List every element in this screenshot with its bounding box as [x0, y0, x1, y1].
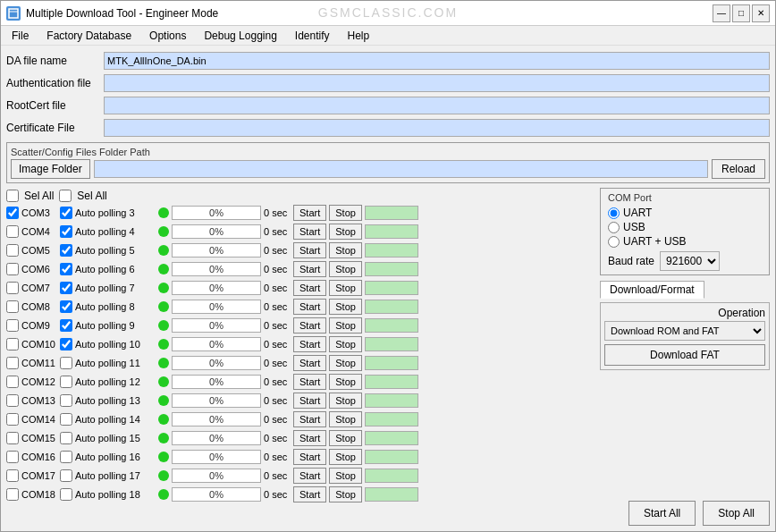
main-window: Multiple Download Tool - Engineer Mode G… — [0, 0, 776, 532]
auto-poll-checkbox-COM15[interactable] — [60, 432, 72, 444]
stop-button-COM13[interactable]: Stop — [329, 393, 362, 409]
uart-radio[interactable] — [608, 207, 620, 219]
auto-poll-checkbox-COM12[interactable] — [60, 376, 72, 388]
download-fat-button[interactable]: Download FAT — [604, 344, 765, 366]
com-checkbox-COM13[interactable] — [6, 394, 19, 407]
auto-poll-checkbox-COM8[interactable] — [60, 300, 72, 313]
auto-poll-checkbox-COM6[interactable] — [60, 263, 72, 275]
auto-poll-checkbox-COM7[interactable] — [60, 282, 72, 294]
stop-button-COM4[interactable]: Stop — [329, 224, 362, 240]
stop-button-COM12[interactable]: Stop — [329, 374, 362, 390]
stop-all-button[interactable]: Stop All — [703, 501, 770, 526]
stop-button-COM18[interactable]: Stop — [329, 486, 362, 502]
com-row: COM14 Auto polling 14 0% 0 sec Start Sto… — [6, 410, 595, 428]
stop-button-COM10[interactable]: Stop — [329, 336, 362, 352]
auto-poll-checkbox-COM17[interactable] — [60, 469, 72, 482]
com-checkbox-COM18[interactable] — [6, 488, 19, 501]
auto-poll-checkbox-COM14[interactable] — [60, 413, 72, 426]
stop-button-COM17[interactable]: Stop — [329, 468, 362, 484]
menu-options[interactable]: Options — [142, 28, 193, 44]
com-checkbox-COM6[interactable] — [6, 263, 19, 275]
start-button-COM13[interactable]: Start — [293, 393, 326, 409]
stop-button-COM5[interactable]: Stop — [329, 242, 362, 258]
start-button-COM10[interactable]: Start — [293, 336, 326, 352]
stop-button-COM3[interactable]: Stop — [329, 205, 362, 221]
stop-button-COM15[interactable]: Stop — [329, 430, 362, 446]
start-button-COM17[interactable]: Start — [293, 468, 326, 484]
start-button-COM14[interactable]: Start — [293, 411, 326, 427]
auto-poll-checkbox-COM5[interactable] — [60, 244, 72, 257]
start-button-COM9[interactable]: Start — [293, 317, 326, 334]
window-title: Multiple Download Tool - Engineer Mode — [26, 7, 218, 20]
auto-poll-checkbox-COM11[interactable] — [60, 357, 72, 369]
cert-file-input[interactable] — [104, 119, 770, 137]
start-button-COM7[interactable]: Start — [293, 280, 326, 296]
auto-poll-checkbox-COM10[interactable] — [60, 338, 72, 350]
tab-download-format[interactable]: Download/Format — [600, 281, 704, 299]
com-checkbox-COM3[interactable] — [6, 207, 19, 219]
auth-file-input[interactable] — [104, 74, 770, 92]
auto-poll-checkbox-COM16[interactable] — [60, 451, 72, 463]
menu-debug-logging[interactable]: Debug Logging — [197, 28, 283, 44]
uart-usb-radio[interactable] — [608, 236, 620, 248]
com-checkbox-COM17[interactable] — [6, 469, 19, 482]
sel-all-checkbox-1[interactable] — [6, 190, 19, 202]
start-button-COM8[interactable]: Start — [293, 299, 326, 315]
stop-button-COM16[interactable]: Stop — [329, 449, 362, 465]
com-checkbox-COM10[interactable] — [6, 338, 19, 350]
auto-poll-checkbox-COM18[interactable] — [60, 488, 72, 501]
start-button-COM3[interactable]: Start — [293, 205, 326, 221]
com-checkbox-COM11[interactable] — [6, 357, 19, 369]
auto-poll-checkbox-COM3[interactable] — [60, 207, 72, 219]
da-file-input[interactable] — [104, 52, 770, 70]
scatter-input[interactable] — [94, 160, 708, 178]
menu-factory-database[interactable]: Factory Database — [39, 28, 139, 44]
com-checkbox-COM14[interactable] — [6, 413, 19, 426]
start-button-COM4[interactable]: Start — [293, 224, 326, 240]
operation-select[interactable]: Download ROM and FAT Download ROM only D… — [604, 321, 765, 341]
close-button[interactable]: ✕ — [752, 4, 770, 22]
rootcert-file-input[interactable] — [104, 97, 770, 114]
menu-help[interactable]: Help — [341, 28, 377, 44]
stop-button-COM7[interactable]: Stop — [329, 280, 362, 296]
com-checkbox-COM15[interactable] — [6, 432, 19, 444]
com-checkbox-COM5[interactable] — [6, 244, 19, 257]
com-checkbox-COM12[interactable] — [6, 376, 19, 388]
sel-all-checkbox-2[interactable] — [59, 190, 72, 202]
com-checkbox-COM9[interactable] — [6, 319, 19, 332]
status-bar-COM5 — [365, 243, 418, 258]
minimize-button[interactable]: — — [713, 4, 730, 22]
start-button-COM16[interactable]: Start — [293, 449, 326, 465]
start-button-COM18[interactable]: Start — [293, 486, 326, 502]
menu-identify[interactable]: Identify — [288, 28, 337, 44]
stop-button-COM9[interactable]: Stop — [329, 317, 362, 334]
com-row: COM15 Auto polling 15 0% 0 sec Start Sto… — [6, 429, 595, 447]
start-button-COM5[interactable]: Start — [293, 242, 326, 258]
auto-poll-checkbox-COM4[interactable] — [60, 225, 72, 238]
stop-button-COM6[interactable]: Stop — [329, 261, 362, 277]
start-button-COM6[interactable]: Start — [293, 261, 326, 277]
stop-button-COM11[interactable]: Stop — [329, 355, 362, 371]
start-all-button[interactable]: Start All — [628, 501, 696, 526]
start-button-COM11[interactable]: Start — [293, 355, 326, 371]
stop-button-COM14[interactable]: Stop — [329, 411, 362, 427]
reload-button[interactable]: Reload — [712, 159, 765, 179]
com-checkbox-COM4[interactable] — [6, 225, 19, 238]
com-checkbox-COM8[interactable] — [6, 300, 19, 313]
baud-rate-select[interactable]: 921600 460800 230400 115200 — [660, 251, 720, 271]
menu-file[interactable]: File — [4, 28, 36, 44]
right-panel-inner: COM Port UART USB UART + USB — [600, 188, 770, 526]
progress-wrap-COM16: 0% — [172, 450, 261, 464]
com-checkbox-COM7[interactable] — [6, 282, 19, 294]
uart-radio-row: UART — [608, 207, 762, 219]
com-checkbox-COM16[interactable] — [6, 451, 19, 463]
image-folder-button[interactable]: Image Folder — [11, 159, 90, 179]
usb-radio[interactable] — [608, 222, 620, 233]
auto-poll-checkbox-COM13[interactable] — [60, 394, 72, 407]
start-button-COM12[interactable]: Start — [293, 374, 326, 390]
auto-poll-checkbox-COM9[interactable] — [60, 319, 72, 332]
start-button-COM15[interactable]: Start — [293, 430, 326, 446]
maximize-button[interactable]: □ — [732, 4, 750, 22]
stop-button-COM8[interactable]: Stop — [329, 299, 362, 315]
scatter-legend: Scatter/Config Files Folder Path — [11, 147, 765, 157]
